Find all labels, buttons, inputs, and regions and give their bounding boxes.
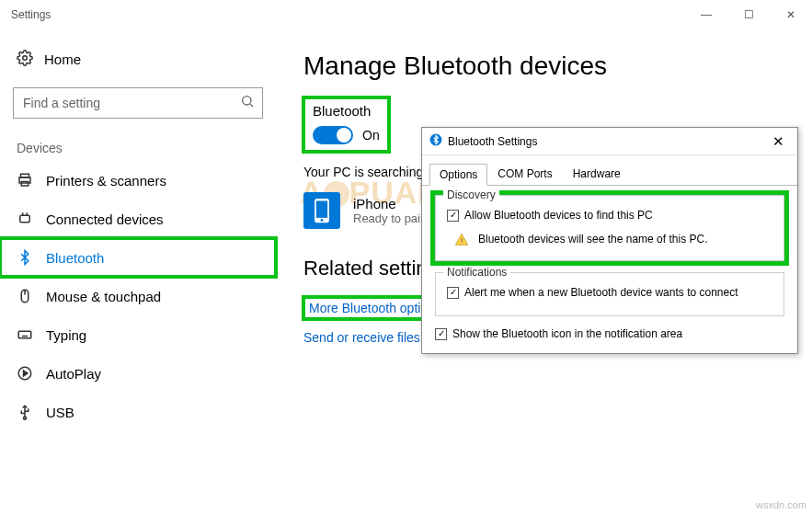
left-nav: Home Devices Printers & scanners Connect… xyxy=(0,29,276,442)
nav-label: Mouse & touchpad xyxy=(46,289,161,304)
dialog-tabs: Options COM Ports Hardware xyxy=(422,155,797,186)
bluetooth-toggle[interactable] xyxy=(313,126,353,144)
svg-text:!: ! xyxy=(461,236,463,245)
bluetooth-icon xyxy=(429,133,442,149)
minimize-button[interactable]: — xyxy=(685,0,727,29)
show-tray-icon-label: Show the Bluetooth icon in the notificat… xyxy=(452,327,682,340)
bluetooth-icon xyxy=(17,249,33,266)
window-title: Settings xyxy=(11,8,51,21)
maximize-button[interactable]: ☐ xyxy=(727,0,770,29)
search-box[interactable] xyxy=(13,87,263,119)
show-tray-icon-checkbox[interactable]: ✓ Show the Bluetooth icon in the notific… xyxy=(435,327,784,340)
discovery-warning: ! Bluetooth devices will see the name of… xyxy=(447,233,772,247)
mouse-icon xyxy=(17,288,33,304)
search-input[interactable] xyxy=(21,95,240,111)
checkbox-icon: ✓ xyxy=(435,328,447,340)
usb-icon xyxy=(17,404,33,420)
search-icon xyxy=(240,94,255,112)
page-title: Manage Bluetooth devices xyxy=(303,51,803,81)
bluetooth-label: Bluetooth xyxy=(313,103,380,119)
notifications-group: Notifications ✓ Alert me when a new Blue… xyxy=(435,272,784,316)
nav-bluetooth[interactable]: Bluetooth xyxy=(0,238,276,277)
dialog-close-button[interactable]: ✕ xyxy=(766,133,790,150)
tab-com-ports[interactable]: COM Ports xyxy=(487,163,562,185)
svg-rect-11 xyxy=(18,331,31,338)
svg-rect-6 xyxy=(20,215,30,223)
keyboard-icon xyxy=(17,326,33,343)
close-button[interactable]: ✕ xyxy=(770,0,812,29)
allow-discovery-checkbox[interactable]: ✓ Allow Bluetooth devices to find this P… xyxy=(447,209,772,222)
bluetooth-state: On xyxy=(362,128,380,143)
nav-mouse-touchpad[interactable]: Mouse & touchpad xyxy=(0,277,276,315)
nav-label: Typing xyxy=(46,327,86,343)
svg-point-22 xyxy=(321,219,324,222)
section-label: Devices xyxy=(0,128,276,161)
nav-label: USB xyxy=(46,405,74,420)
dialog-titlebar: Bluetooth Settings ✕ xyxy=(422,128,797,155)
nav-printers[interactable]: Printers & scanners xyxy=(0,161,276,200)
checkbox-icon: ✓ xyxy=(447,287,459,299)
svg-point-1 xyxy=(243,97,251,105)
window-controls: — ☐ ✕ xyxy=(685,0,812,29)
phone-icon xyxy=(303,192,340,229)
nav-label: Connected devices xyxy=(46,211,164,227)
watermark-text: wsxdn.com xyxy=(756,499,806,510)
tab-options[interactable]: Options xyxy=(429,164,487,186)
nav-usb[interactable]: USB xyxy=(0,393,276,431)
dialog-body: Discovery ✓ Allow Bluetooth devices to f… xyxy=(422,186,797,353)
device-name: iPhone xyxy=(353,196,424,211)
bluetooth-toggle-group: Bluetooth On xyxy=(303,97,389,152)
checkbox-icon: ✓ xyxy=(447,210,459,222)
nav-label: Printers & scanners xyxy=(46,173,166,188)
home-label: Home xyxy=(44,51,81,67)
discovery-legend: Discovery xyxy=(443,188,499,201)
svg-line-2 xyxy=(250,104,253,107)
alert-new-device-checkbox[interactable]: ✓ Alert me when a new Bluetooth device w… xyxy=(447,286,772,299)
gear-icon xyxy=(17,50,33,69)
autoplay-icon xyxy=(17,365,33,382)
dialog-title: Bluetooth Settings xyxy=(448,135,537,148)
nav-autoplay[interactable]: AutoPlay xyxy=(0,354,276,393)
allow-discovery-label: Allow Bluetooth devices to find this PC xyxy=(464,209,653,222)
svg-marker-17 xyxy=(24,371,29,376)
printer-icon xyxy=(17,172,33,188)
warning-icon: ! xyxy=(454,233,469,247)
tab-hardware[interactable]: Hardware xyxy=(563,163,631,185)
plug-icon xyxy=(17,211,33,227)
nav-label: AutoPlay xyxy=(46,366,101,382)
notifications-legend: Notifications xyxy=(443,266,510,279)
discovery-warning-text: Bluetooth devices will see the name of t… xyxy=(478,233,707,246)
discovery-group: Discovery ✓ Allow Bluetooth devices to f… xyxy=(435,195,784,261)
svg-rect-21 xyxy=(316,201,327,218)
bluetooth-settings-dialog: Bluetooth Settings ✕ Options COM Ports H… xyxy=(421,127,798,354)
svg-point-0 xyxy=(23,56,28,61)
device-status: Ready to pair xyxy=(353,211,424,225)
alert-new-device-label: Alert me when a new Bluetooth device wan… xyxy=(464,286,738,299)
home-row[interactable]: Home xyxy=(0,40,276,78)
nav-typing[interactable]: Typing xyxy=(0,315,276,354)
nav-label: Bluetooth xyxy=(46,250,104,266)
nav-connected-devices[interactable]: Connected devices xyxy=(0,200,276,238)
